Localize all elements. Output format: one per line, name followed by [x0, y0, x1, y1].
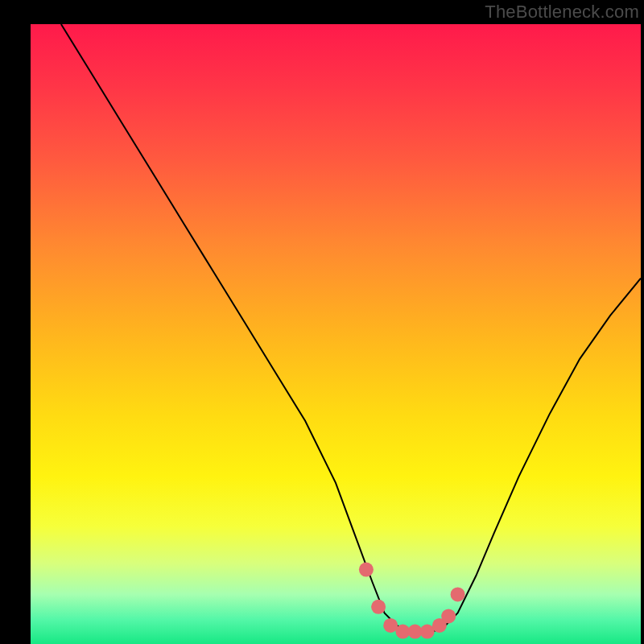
highlight-marker: [383, 618, 398, 633]
chart-svg: [31, 24, 641, 644]
highlight-marker: [451, 587, 465, 601]
bottleneck-curve: [61, 24, 641, 632]
highlight-markers: [359, 563, 465, 639]
highlight-marker: [371, 600, 386, 614]
highlight-marker: [420, 625, 435, 639]
outer-frame: TheBottleneck.com: [0, 0, 644, 644]
highlight-marker: [441, 609, 456, 623]
highlight-marker: [359, 563, 374, 577]
watermark-text: TheBottleneck.com: [485, 2, 639, 23]
plot-area: [31, 24, 641, 644]
